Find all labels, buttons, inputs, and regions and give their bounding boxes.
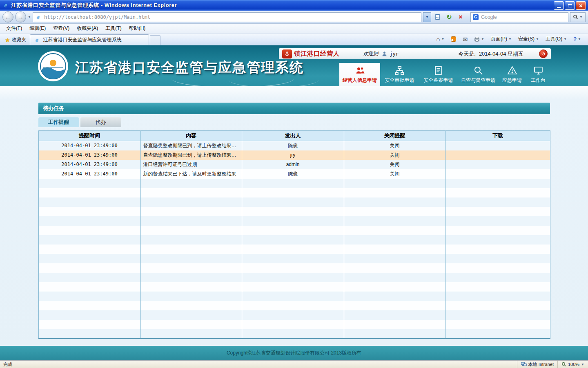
user-icon — [381, 51, 388, 57]
cell-sender — [242, 216, 344, 226]
tab-pending[interactable]: 代办 — [80, 117, 121, 127]
back-button[interactable]: ← — [2, 11, 13, 22]
close-reminder-link[interactable]: 关闭 — [344, 169, 445, 179]
window-titlebar: e 江苏省港口安全监管与应急管理系统 - Windows Internet Ex… — [0, 0, 588, 11]
cell-download — [445, 150, 550, 160]
status-text: 完成 — [0, 361, 12, 368]
cell-content — [140, 226, 242, 235]
search-box[interactable]: G Google — [470, 12, 568, 22]
nav-tab-inspection[interactable]: 自查与督查申请 — [458, 63, 499, 86]
browser-tab[interactable]: e 江苏省港口安全监管与应急管理系统 — [30, 34, 149, 45]
compatibility-view-button[interactable] — [433, 12, 443, 22]
menu-tools[interactable]: 工具(T) — [102, 24, 125, 33]
tools-menu-button[interactable]: 工具(O)▼ — [543, 34, 570, 44]
task-row-empty — [38, 263, 550, 273]
minimize-button[interactable] — [554, 1, 564, 10]
cell-download — [445, 292, 550, 301]
home-button[interactable]: ⌂▼ — [433, 34, 447, 44]
page-content: 待办任务 工作提醒 代办 提醒时间 内容 发出人 关闭提醒 — [0, 86, 588, 346]
menu-help[interactable]: 帮助(H) — [125, 24, 149, 33]
close-reminder-link — [344, 179, 445, 188]
cell-remind-time — [38, 320, 140, 329]
cell-sender — [242, 282, 344, 292]
task-row-empty — [38, 216, 550, 226]
menu-favorites[interactable]: 收藏夹(A) — [73, 24, 102, 33]
cell-remind-time — [38, 329, 140, 339]
search-icon — [573, 14, 578, 20]
cell-content — [140, 207, 242, 216]
search-button[interactable]: ▼ — [570, 12, 586, 22]
intranet-icon — [521, 362, 527, 367]
address-toolbar: ← → ▼ e http://localhost:8080/yjpt/Main.… — [0, 11, 588, 24]
nav-tab-emergency[interactable]: 应急申请 — [499, 63, 526, 86]
close-reminder-link — [344, 245, 445, 254]
cell-content — [140, 282, 242, 292]
favorites-button[interactable]: ★ 收藏夹 — [2, 35, 30, 45]
new-tab-stub[interactable] — [150, 35, 160, 45]
feeds-button[interactable] — [448, 34, 459, 44]
close-reminder-link — [344, 254, 445, 263]
address-dropdown-button[interactable]: ▼ — [423, 12, 431, 22]
close-reminder-link[interactable]: 关闭 — [344, 150, 445, 160]
history-dropdown-icon[interactable]: ▼ — [28, 15, 31, 19]
cell-download — [445, 207, 550, 216]
tab-ie-icon: e — [33, 37, 41, 43]
cell-content — [140, 329, 242, 339]
maximize-button[interactable] — [565, 1, 575, 10]
close-reminder-link[interactable]: 关闭 — [344, 160, 445, 169]
page-menu-button[interactable]: 页面(P)▼ — [488, 34, 514, 44]
cell-content — [140, 235, 242, 245]
cell-remind-time: 2014-04-01 23:49:00 — [38, 160, 140, 169]
refresh-button[interactable]: ↻ — [444, 12, 454, 22]
cell-sender — [242, 188, 344, 197]
cell-sender — [242, 245, 344, 254]
cell-content — [140, 245, 242, 254]
cell-remind-time — [38, 179, 140, 188]
forward-button[interactable]: → — [15, 11, 26, 22]
logout-button[interactable] — [539, 49, 548, 58]
panel-title: 待办任务 — [38, 103, 550, 114]
cell-sender: admin — [242, 160, 344, 169]
cell-download — [445, 226, 550, 235]
nav-tab-operator-info[interactable]: 经营人信息申请 — [339, 63, 380, 86]
task-table: 提醒时间 内容 发出人 关闭提醒 下载 2014-04-01 23:49:00督… — [38, 130, 550, 339]
status-bar: 完成 本地 Intranet 100% ▼ — [0, 360, 588, 368]
menu-file[interactable]: 文件(F) — [2, 24, 26, 33]
cell-download — [445, 235, 550, 245]
task-row-empty — [38, 226, 550, 235]
help-button[interactable]: ?▼ — [570, 34, 584, 44]
safety-menu-button[interactable]: 安全(S)▼ — [515, 34, 542, 44]
welcome-group: 欢迎您! jyr — [363, 50, 399, 57]
cell-download — [445, 188, 550, 197]
anchor-icon — [282, 49, 292, 58]
page-viewport: 江苏省港口安全监管与应急管理系统 镇江港口经营人 欢迎您! jyr 今天是: 2… — [0, 45, 588, 360]
cell-content — [140, 320, 242, 329]
cell-content: 自查隐患整改期限已到，请上传整改结果… — [140, 150, 242, 160]
nav-tab-workbench[interactable]: 工作台 — [526, 63, 551, 86]
tab-work-reminders[interactable]: 工作提醒 — [38, 117, 79, 127]
close-button[interactable]: × — [576, 1, 586, 10]
column-header-close: 关闭提醒 — [344, 131, 445, 141]
stop-button[interactable]: × — [456, 12, 466, 22]
mail-button[interactable]: ✉ — [460, 34, 470, 44]
task-row: 2014-04-01 23:49:00港口经营许可证号已过期admin关闭 — [38, 160, 550, 169]
cell-content — [140, 216, 242, 226]
cell-download — [445, 254, 550, 263]
site-logo — [38, 51, 69, 82]
address-bar[interactable]: e http://localhost:8080/yjpt/Main.html — [33, 12, 421, 22]
close-reminder-link[interactable]: 关闭 — [344, 141, 445, 150]
copyright-text: Copyright©江苏省交通规划设计院股份有限公司 2013版权所有 — [227, 350, 361, 357]
nav-tab-safety-record[interactable]: 安全备案申请 — [419, 63, 458, 86]
menu-edit[interactable]: 编辑(E) — [26, 24, 49, 33]
favorites-label: 收藏夹 — [12, 36, 27, 43]
zoom-control[interactable]: 100% ▼ — [557, 361, 588, 368]
nav-tab-safety-approval[interactable]: 安全审批申请 — [380, 63, 419, 86]
cell-remind-time: 2014-04-01 23:49:00 — [38, 150, 140, 160]
username: jyr — [390, 51, 399, 57]
cell-content — [140, 273, 242, 282]
home-icon: ⌂ — [436, 36, 440, 43]
menu-view[interactable]: 查看(V) — [49, 24, 73, 33]
power-icon — [541, 52, 546, 56]
task-row-empty — [38, 292, 550, 301]
print-button[interactable]: ▼ — [471, 34, 487, 44]
